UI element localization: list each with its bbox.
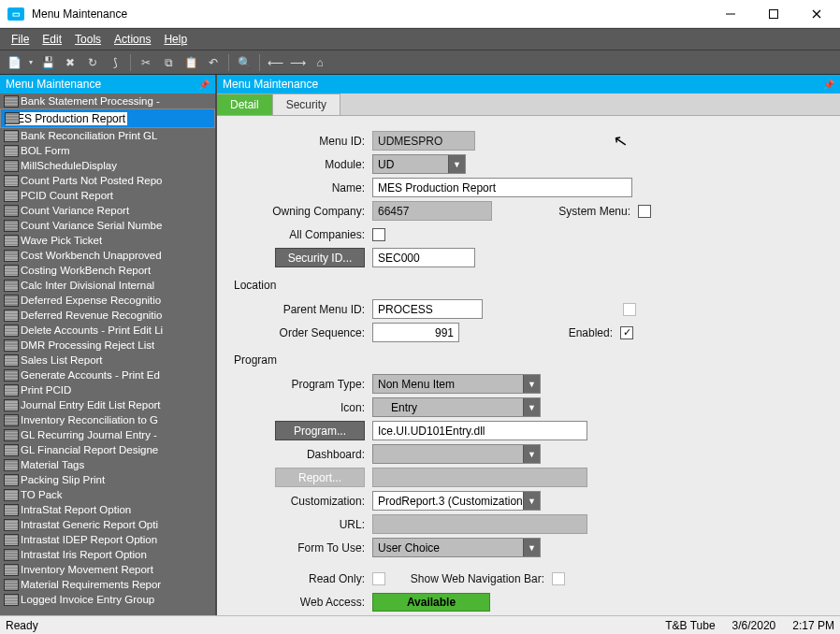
delete-icon[interactable]: ✖ xyxy=(60,52,80,73)
tree-item[interactable]: Material Requirements Repor xyxy=(0,577,215,592)
tree-item-label: Journal Entry Edit List Report xyxy=(21,399,161,411)
tree-item[interactable]: Count Variance Serial Numbe xyxy=(0,218,215,233)
icon-label: Icon: xyxy=(234,401,372,414)
security-id-field[interactable] xyxy=(372,248,475,267)
tree-item[interactable]: Wave Pick Ticket xyxy=(0,233,215,248)
tree-item-label: Calc Inter Divisional Internal xyxy=(21,280,154,291)
tree-item[interactable]: Count Variance Report xyxy=(0,203,215,218)
tree-item[interactable]: Count Parts Not Posted Repo xyxy=(0,173,215,188)
nav-home-icon[interactable]: ⌂ xyxy=(310,52,330,73)
tree-item[interactable]: GL Financial Report Designe xyxy=(0,442,215,457)
parent-menu-id-field[interactable] xyxy=(372,299,483,319)
tree-item[interactable]: Inventory Reconciliation to G xyxy=(0,412,215,427)
menu-id-field[interactable] xyxy=(372,131,475,151)
tree-item[interactable]: Delete Accounts - Print Edit Li xyxy=(0,323,215,338)
tree-item[interactable]: Journal Entry Edit List Report xyxy=(0,397,215,412)
pin-icon[interactable]: 📌 xyxy=(198,79,210,90)
tree-item[interactable]: Material Tags xyxy=(0,457,215,472)
tree-item[interactable]: Deferred Expense Recognitio xyxy=(0,293,215,308)
tree-item[interactable]: Bank Statement Processing - xyxy=(0,94,215,108)
menu-file[interactable]: File xyxy=(6,30,35,49)
enabled-label: Enabled: xyxy=(562,326,620,339)
tree-item[interactable]: Intrastat Generic Report Opti xyxy=(0,517,215,532)
new-dropdown-icon[interactable]: ▾ xyxy=(26,52,36,73)
security-id-button[interactable]: Security ID... xyxy=(275,248,365,267)
chevron-down-icon: ▼ xyxy=(523,539,540,556)
tree-item[interactable]: Costing WorkBench Report xyxy=(0,263,215,278)
unknown-checkbox[interactable] xyxy=(623,303,636,316)
module-select[interactable]: UD▼ xyxy=(372,154,466,174)
order-sequence-field[interactable] xyxy=(372,323,459,342)
customization-select[interactable]: ProdReport.3 (Customization)▼ xyxy=(372,491,541,511)
clear-icon[interactable]: ⟆ xyxy=(105,52,125,73)
form-to-use-select[interactable]: User Choice▼ xyxy=(372,538,541,557)
tree-item[interactable]: MillScheduleDisplay xyxy=(0,158,215,173)
tree-item[interactable]: Inventory Movement Report xyxy=(0,562,215,577)
show-web-nav-checkbox[interactable] xyxy=(552,572,565,585)
nav-back-icon[interactable]: ⟵ xyxy=(265,52,285,73)
nav-forward-icon[interactable]: ⟶ xyxy=(287,52,308,73)
program-type-label: Program Type: xyxy=(234,378,372,391)
system-menu-checkbox[interactable] xyxy=(638,205,651,218)
tree-item[interactable]: Sales List Report xyxy=(0,353,215,367)
tree-item[interactable]: Generate Accounts - Print Ed xyxy=(0,367,215,382)
tree-item[interactable]: GL Recurring Journal Entry - xyxy=(0,427,215,442)
save-icon[interactable]: 💾 xyxy=(37,52,58,73)
minimize-button[interactable] xyxy=(709,0,752,28)
tree-item-label: TO Pack xyxy=(21,489,63,500)
read-only-checkbox[interactable] xyxy=(372,572,385,585)
new-icon[interactable]: 📄 xyxy=(4,52,24,73)
tree-item[interactable]: Calc Inter Divisional Internal xyxy=(0,278,215,293)
tree-item[interactable]: Deferred Revenue Recognitio xyxy=(0,308,215,323)
menu-tree[interactable]: Bank Statement Processing -MES Productio… xyxy=(0,94,215,615)
menu-edit[interactable]: Edit xyxy=(36,30,67,49)
tree-item-label: IntraStat Report Option xyxy=(21,504,131,515)
url-field[interactable] xyxy=(372,514,587,534)
undo-icon[interactable]: ↶ xyxy=(203,52,224,73)
module-label: Module: xyxy=(234,158,372,171)
icon-select[interactable]: Entry▼ xyxy=(372,397,541,417)
tree-item[interactable]: Print PCID xyxy=(0,382,215,397)
owning-company-field[interactable] xyxy=(372,201,492,221)
maximize-button[interactable] xyxy=(752,0,795,28)
program-field[interactable] xyxy=(372,421,587,440)
tree-item[interactable]: PCID Count Report xyxy=(0,188,215,203)
tree-item-label: Count Variance Report xyxy=(21,205,129,216)
search-icon[interactable]: 🔍 xyxy=(234,52,254,73)
program-button[interactable]: Program... xyxy=(275,421,365,440)
menu-help[interactable]: Help xyxy=(158,30,193,49)
dashboard-select[interactable]: ▼ xyxy=(372,444,541,464)
tree-item[interactable]: Bank Reconciliation Print GL xyxy=(0,128,215,143)
tree-item-label: Intrastat IDEP Report Option xyxy=(21,534,157,545)
tree-item-label: Packing Slip Print xyxy=(21,474,105,485)
tree-item[interactable]: Intrastat IDEP Report Option xyxy=(0,532,215,547)
enabled-checkbox[interactable]: ✓ xyxy=(620,326,633,339)
tree-item[interactable]: BOL Form xyxy=(0,143,215,158)
tree-item[interactable]: Logged Invoice Entry Group xyxy=(0,592,215,607)
tree-item[interactable]: IntraStat Report Option xyxy=(0,502,215,517)
tab-security[interactable]: Security xyxy=(273,94,340,115)
tree-item[interactable]: Packing Slip Print xyxy=(0,472,215,487)
copy-icon[interactable]: ⧉ xyxy=(158,52,179,73)
name-label: Name: xyxy=(234,181,372,195)
menu-tools[interactable]: Tools xyxy=(69,30,107,49)
tree-item[interactable]: MES Production Report xyxy=(0,108,215,128)
all-companies-checkbox[interactable] xyxy=(372,228,385,241)
tree-item[interactable]: DMR Processing Reject List xyxy=(0,338,215,353)
status-company: T&B Tube xyxy=(665,619,715,632)
pin-icon[interactable]: 📌 xyxy=(823,79,834,90)
refresh-icon[interactable]: ↻ xyxy=(82,52,103,73)
program-type-select[interactable]: Non Menu Item▼ xyxy=(372,374,541,394)
tree-item[interactable]: TO Pack xyxy=(0,487,215,502)
tree-item[interactable]: Cost Workbench Unapproved xyxy=(0,248,215,263)
name-field[interactable] xyxy=(372,178,632,197)
tab-detail[interactable]: Detail xyxy=(217,94,273,115)
menu-actions[interactable]: Actions xyxy=(109,30,156,49)
paste-icon[interactable]: 📋 xyxy=(181,52,201,73)
chevron-down-icon: ▼ xyxy=(523,375,540,393)
tree-item-label: Delete Accounts - Print Edit Li xyxy=(21,324,163,336)
close-button[interactable] xyxy=(795,0,838,28)
tree-item[interactable]: Intrastat Iris Report Option xyxy=(0,547,215,562)
left-panel-header: Menu Maintenance 📌 xyxy=(0,75,215,94)
cut-icon[interactable]: ✂ xyxy=(136,52,156,73)
